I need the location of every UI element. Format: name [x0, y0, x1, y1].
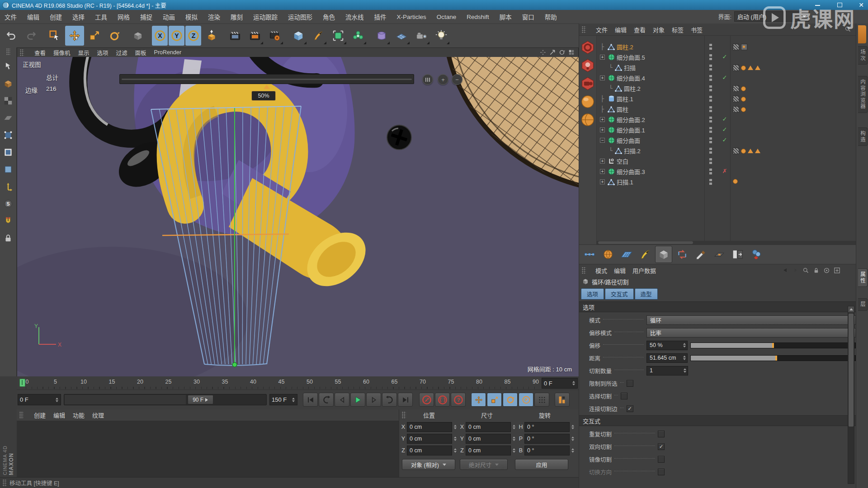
snap-settings[interactable] [581, 246, 598, 263]
tri-tag-icon[interactable] [755, 66, 760, 70]
om-sphere-filter[interactable] [580, 94, 595, 109]
status-handle[interactable] [3, 479, 7, 486]
om-camera-filter[interactable] [580, 75, 595, 91]
coord-input-Z[interactable]: 0 cm [466, 446, 511, 455]
menu-捕捉[interactable]: 捕捉 [140, 12, 152, 21]
workplane-mode[interactable] [1, 111, 15, 125]
dot-tag-icon[interactable] [741, 66, 746, 70]
dot-tag-icon[interactable] [741, 86, 746, 91]
visibility-dots-icon[interactable] [709, 148, 712, 154]
双向切割-checkbox[interactable]: ✓ [658, 443, 665, 450]
dock-tab-场次[interactable]: 场次 [858, 46, 868, 65]
menu-Octane[interactable]: Octane [437, 14, 457, 20]
enable-snap-tool[interactable] [1, 214, 15, 228]
coord-input-Y[interactable]: 0 cm [407, 434, 452, 444]
material-menu-创建[interactable]: 创建 [34, 411, 46, 419]
menu-选择[interactable]: 选择 [72, 12, 85, 21]
viewport-menu-显示[interactable]: 显示 [78, 48, 90, 57]
coord-input-H[interactable]: 0 ° [524, 422, 570, 432]
偏移模式-dropdown[interactable]: 比率 [646, 328, 856, 338]
search-icon[interactable] [844, 26, 851, 34]
attribute-menu-handle[interactable] [582, 267, 586, 274]
object-label[interactable]: 细分曲面.1 [617, 126, 645, 134]
coord-input-B[interactable]: 0 ° [524, 446, 570, 455]
add-camera[interactable] [412, 26, 431, 46]
visibility-dots-icon[interactable] [709, 96, 712, 102]
enabled-check-icon[interactable]: ✓ [721, 74, 728, 81]
record-scale-button[interactable] [487, 393, 502, 407]
menu-Redshift[interactable]: Redshift [467, 14, 489, 20]
disabled-cross-icon[interactable]: ✗ [721, 168, 728, 174]
expand-icon[interactable]: + [600, 55, 605, 60]
attribute-scrollbar[interactable] [848, 306, 854, 484]
dot-tag-icon[interactable] [741, 97, 746, 102]
add-cube[interactable] [289, 26, 308, 46]
make-editable-tool[interactable] [1, 59, 15, 73]
spinner-arrows-icon[interactable] [453, 447, 457, 454]
menu-窗口[interactable]: 窗口 [522, 12, 534, 21]
phong-tag-icon[interactable] [733, 148, 739, 154]
object-row[interactable]: +细分曲面.4✓ [597, 73, 856, 83]
menu-工具[interactable]: 工具 [95, 12, 107, 21]
om-top-filter[interactable] [580, 39, 595, 55]
menu-角色[interactable]: 角色 [323, 12, 335, 21]
object-row[interactable]: └扫描 [597, 62, 856, 73]
record-position-button[interactable] [471, 393, 486, 407]
scroll-up-icon[interactable] [848, 306, 854, 312]
live-selection-tool[interactable] [45, 26, 64, 46]
om-menu-书签[interactable]: 书签 [691, 25, 703, 34]
phong-tag-icon[interactable] [733, 85, 739, 92]
spinner-arrows-icon[interactable] [512, 447, 516, 454]
lock-z-axis[interactable]: Z [185, 26, 201, 46]
coordinate-handle[interactable] [402, 412, 406, 418]
record-pla-button[interactable] [534, 393, 549, 407]
material-menu-handle[interactable] [19, 412, 24, 418]
dock-tab-属性[interactable]: 属性 [858, 268, 868, 287]
object-row[interactable]: +细分曲面.5✓ [597, 52, 856, 62]
偏移-field[interactable]: 50 % [646, 341, 688, 350]
object-label[interactable]: 圆柱.1 [617, 94, 633, 103]
pan-view-icon[interactable] [540, 49, 546, 56]
偏移-slider[interactable] [690, 343, 856, 348]
visibility-dots-icon[interactable] [709, 169, 712, 174]
om-menu-对象[interactable]: 对象 [653, 25, 665, 34]
phong-tag-icon[interactable] [733, 96, 739, 102]
visibility-dots-icon[interactable] [709, 179, 712, 185]
enabled-check-icon[interactable]: ✓ [721, 116, 728, 122]
expand-icon[interactable]: + [600, 169, 605, 174]
enabled-check-icon[interactable]: ✓ [721, 126, 728, 133]
seldots-tag-icon[interactable] [741, 44, 747, 50]
object-manager-scrollbar[interactable] [596, 241, 856, 244]
knife-mode[interactable] [692, 246, 709, 263]
tri-tag-icon[interactable] [748, 66, 753, 70]
add-cloner[interactable] [349, 26, 368, 46]
polygons-mode[interactable] [1, 162, 15, 176]
om-light-filter[interactable] [580, 57, 595, 73]
expand-icon[interactable]: + [600, 75, 605, 80]
visibility-dots-icon[interactable] [709, 117, 712, 122]
scale-tool[interactable] [85, 26, 104, 46]
record-key-button[interactable] [419, 393, 434, 407]
enabled-check-icon[interactable]: ✓ [721, 53, 728, 60]
coord-input-Y[interactable]: 0 cm [466, 434, 511, 444]
visibility-dots-icon[interactable] [709, 127, 712, 133]
viewport-menu-选项[interactable]: 选项 [97, 48, 108, 57]
goto-start-button[interactable] [303, 393, 318, 407]
menu-脚本[interactable]: 脚本 [500, 12, 512, 21]
phong-tag-icon[interactable] [733, 106, 739, 113]
切割数量-field[interactable]: 1 [646, 366, 688, 375]
om-menu-标签[interactable]: 标签 [672, 25, 684, 34]
menu-渲染[interactable]: 渲染 [208, 12, 220, 21]
rotate-view-icon[interactable] [559, 49, 565, 56]
spinner-arrows-icon[interactable] [571, 447, 575, 454]
start-frame-field[interactable]: 0 F [18, 394, 61, 405]
om-sphere-wire-filter[interactable] [580, 112, 595, 127]
world-grid[interactable] [599, 246, 617, 263]
menu-运动跟踪[interactable]: 运动跟踪 [253, 12, 278, 21]
viewport-menu-过滤[interactable]: 过滤 [116, 48, 127, 57]
viewport-menu-摄像机[interactable]: 摄像机 [53, 48, 71, 57]
切换方向-checkbox[interactable] [658, 469, 665, 475]
object-row[interactable]: +细分曲面.2✓ [597, 114, 856, 125]
autokey-button[interactable] [435, 393, 450, 407]
viewport-menu-ProRender[interactable]: ProRender [154, 49, 181, 56]
